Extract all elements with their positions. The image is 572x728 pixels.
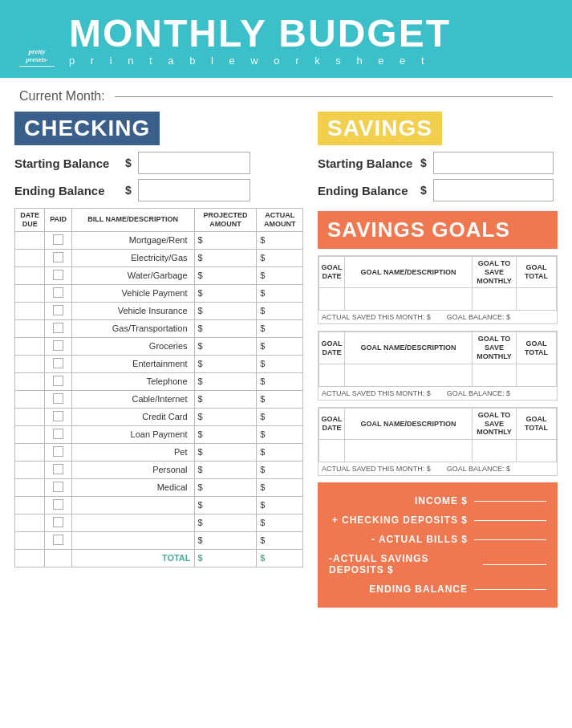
paid-cell[interactable] — [45, 249, 71, 266]
goal1-footer: ACTUAL SAVED THIS MONTH: $ GOAL BALANCE:… — [318, 311, 557, 323]
bill-name-cell: Mortgage/Rent — [71, 231, 194, 249]
summary-income-label: INCOME $ — [415, 495, 468, 506]
checkbox[interactable] — [53, 411, 63, 421]
date-due-cell — [15, 249, 45, 266]
summary-bills-label: - ACTUAL BILLS $ — [371, 534, 468, 545]
actual-cell: $ — [257, 266, 303, 284]
savings-ending-input[interactable] — [433, 179, 554, 201]
checkbox[interactable] — [53, 340, 63, 351]
projected-cell: $ — [194, 514, 257, 531]
main-content: CHECKING Starting Balance $ Ending Balan… — [0, 112, 572, 608]
checkbox[interactable] — [53, 376, 63, 386]
table-row: Pet$$ — [15, 443, 303, 461]
paid-cell[interactable] — [45, 231, 71, 249]
paid-cell[interactable] — [45, 266, 71, 284]
goal1-total-cell — [517, 288, 557, 311]
checkbox[interactable] — [53, 446, 63, 457]
goal1-actual-label: ACTUAL SAVED THIS MONTH: $ — [322, 313, 431, 321]
header-subtitle: p r i n t a b l e w o r k s h e e t — [69, 55, 451, 67]
bill-name-cell: Loan Payment — [71, 425, 194, 443]
savings-section: SAVINGS Starting Balance $ Ending Balanc… — [318, 112, 558, 201]
bill-name-cell: Electricity/Gas — [71, 249, 194, 266]
projected-cell: $ — [194, 531, 257, 549]
date-due-cell — [15, 372, 45, 390]
checkbox[interactable] — [53, 358, 63, 368]
savings-starting-input[interactable] — [433, 152, 554, 174]
projected-cell: $ — [194, 337, 257, 355]
paid-cell[interactable] — [45, 496, 71, 514]
actual-cell: $ — [257, 425, 303, 443]
goal3-footer: ACTUAL SAVED THIS MONTH: $ GOAL BALANCE:… — [318, 462, 557, 475]
paid-cell[interactable] — [45, 372, 71, 390]
bill-name-cell: Groceries — [71, 337, 194, 355]
date-due-cell — [15, 531, 45, 549]
projected-cell: $ — [194, 425, 257, 443]
checkbox[interactable] — [53, 305, 63, 315]
summary-income-line: INCOME $ — [329, 495, 546, 506]
goal2-date-cell — [319, 364, 345, 386]
total-actual-cell: $ — [257, 549, 303, 567]
projected-cell: $ — [194, 496, 257, 514]
paid-cell[interactable] — [45, 337, 71, 355]
col-actual: ACTUALAMOUNT — [257, 209, 303, 232]
table-row: Cable/Internet$$ — [15, 390, 303, 408]
paid-cell[interactable] — [45, 461, 71, 478]
paid-cell[interactable] — [45, 531, 71, 549]
checkbox[interactable] — [53, 270, 63, 280]
summary-ending-line: ENDING BALANCE — [329, 584, 546, 595]
checkbox[interactable] — [53, 252, 63, 262]
actual-cell: $ — [257, 372, 303, 390]
goal-table-3: GOALDATE GOAL NAME/DESCRIPTION GOAL TO S… — [318, 408, 557, 462]
checkbox[interactable] — [53, 482, 63, 492]
paid-cell[interactable] — [45, 443, 71, 461]
bill-name-cell: Water/Garbage — [71, 266, 194, 284]
summary-box: INCOME $ + CHECKING DEPOSITS $ - ACTUAL … — [318, 482, 558, 608]
summary-savings-line: -ACTUAL SAVINGS DEPOSITS $ — [329, 553, 546, 575]
goal2-col-total: GOAL TOTAL — [517, 332, 557, 364]
projected-cell: $ — [194, 443, 257, 461]
goal-block-2: GOALDATE GOAL NAME/DESCRIPTION GOAL TO S… — [318, 331, 558, 400]
checkbox[interactable] — [53, 287, 63, 298]
total-label-cell: TOTAL — [71, 549, 194, 567]
paid-cell[interactable] — [45, 302, 71, 319]
paid-cell[interactable] — [45, 514, 71, 531]
goal2-actual-label: ACTUAL SAVED THIS MONTH: $ — [322, 389, 431, 397]
checkbox[interactable] — [53, 429, 63, 439]
goal1-monthly-cell — [473, 288, 517, 311]
table-row: Gas/Transportation$$ — [15, 319, 303, 337]
date-due-cell — [15, 319, 45, 337]
goal3-col-monthly: GOAL TO SAVEMONTHLY — [473, 408, 517, 439]
savings-ending-label: Ending Balance — [318, 184, 414, 197]
paid-cell[interactable] — [45, 390, 71, 408]
bill-name-cell: Vehicle Payment — [71, 284, 194, 302]
checking-starting-input[interactable] — [138, 152, 250, 174]
goal-block-3: GOALDATE GOAL NAME/DESCRIPTION GOAL TO S… — [318, 407, 558, 476]
bill-name-cell: Gas/Transportation — [71, 319, 194, 337]
checkbox[interactable] — [53, 464, 63, 474]
table-row: Vehicle Payment$$ — [15, 284, 303, 302]
checkbox[interactable] — [53, 517, 63, 527]
bill-name-cell — [71, 514, 194, 531]
paid-cell[interactable] — [45, 478, 71, 496]
goal3-actual-label: ACTUAL SAVED THIS MONTH: $ — [322, 465, 431, 473]
projected-cell: $ — [194, 249, 257, 266]
total-projected-cell: $ — [194, 549, 257, 567]
checking-ending-input[interactable] — [138, 179, 250, 201]
main-title: MONTHLY BUDGET — [69, 14, 451, 53]
checkbox[interactable] — [53, 535, 63, 545]
checkbox[interactable] — [53, 323, 63, 333]
table-row: $$ — [15, 496, 303, 514]
checkbox[interactable] — [53, 499, 63, 510]
paid-cell[interactable] — [45, 284, 71, 302]
paid-cell[interactable] — [45, 319, 71, 337]
paid-cell[interactable] — [45, 355, 71, 372]
paid-cell[interactable] — [45, 425, 71, 443]
projected-cell: $ — [194, 478, 257, 496]
paid-cell[interactable] — [45, 408, 71, 425]
page-header: prettypresets· MONTHLY BUDGET p r i n t … — [0, 0, 572, 78]
checkbox[interactable] — [53, 393, 63, 404]
goal3-col-name: GOAL NAME/DESCRIPTION — [345, 408, 473, 439]
goal-table-1: GOALDATE GOAL NAME/DESCRIPTION GOAL TO S… — [318, 256, 557, 311]
checkbox[interactable] — [53, 234, 63, 245]
table-row: $$ — [15, 531, 303, 549]
